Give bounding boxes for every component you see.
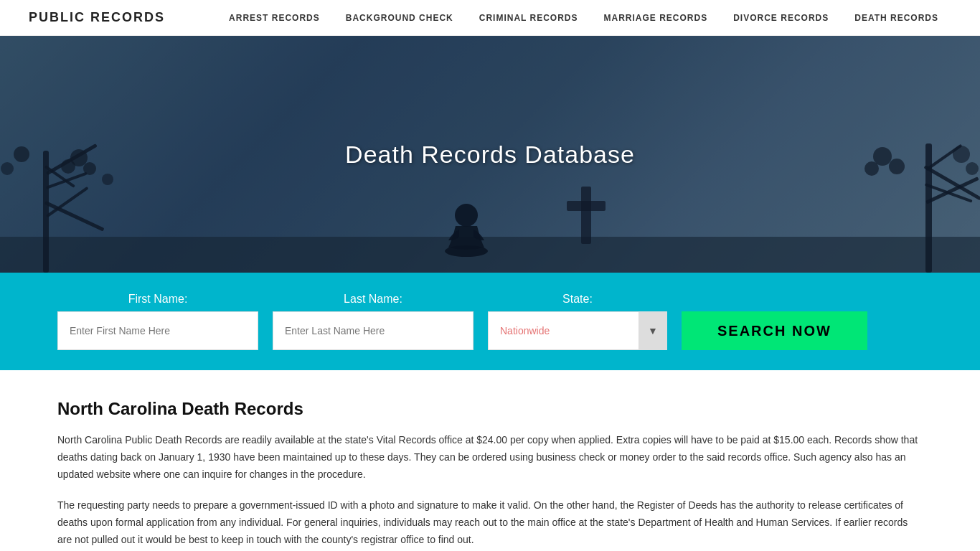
svg-rect-4: [44, 201, 105, 232]
content-paragraph-2: The requesting party needs to prepare a …: [57, 497, 923, 548]
svg-rect-23: [581, 187, 591, 244]
last-name-field: Last Name:: [273, 293, 473, 350]
svg-point-20: [889, 159, 905, 174]
nav-link-criminal-records[interactable]: CRIMINAL RECORDS: [466, 13, 591, 23]
first-name-label: First Name:: [57, 293, 258, 306]
site-title: PUBLIC RECORDS: [29, 10, 165, 25]
svg-point-11: [14, 146, 29, 162]
hero-title: Death Records Database: [345, 141, 635, 169]
svg-point-8: [83, 162, 96, 175]
svg-point-22: [966, 162, 979, 175]
state-label: State:: [488, 293, 667, 306]
svg-point-19: [864, 161, 879, 176]
last-name-label: Last Name:: [273, 293, 473, 306]
svg-rect-0: [0, 237, 980, 273]
first-name-field: First Name:: [57, 293, 258, 350]
svg-point-9: [61, 159, 75, 174]
nav-link-background-check[interactable]: BACKGROUND CHECK: [333, 13, 466, 23]
state-select[interactable]: Nationwide Alabama Alaska Arizona Arkans…: [488, 311, 667, 350]
search-bar: First Name: Last Name: State: Nationwide…: [0, 273, 980, 370]
svg-point-12: [1, 162, 14, 175]
content-paragraph-1: North Carolina Public Death Records are …: [57, 432, 923, 483]
state-field: State: Nationwide Alabama Alaska Arizona…: [488, 293, 667, 350]
svg-rect-24: [567, 201, 606, 211]
content-heading: North Carolina Death Records: [57, 399, 923, 419]
state-select-wrapper: Nationwide Alabama Alaska Arizona Arkans…: [488, 311, 667, 350]
last-name-input[interactable]: [273, 311, 473, 350]
nav-link-divorce-records[interactable]: DIVORCE RECORDS: [720, 13, 842, 23]
nav-link-marriage-records[interactable]: MARRIAGE RECORDS: [591, 13, 721, 23]
svg-rect-13: [925, 143, 932, 273]
first-name-input[interactable]: [57, 311, 258, 350]
svg-point-26: [455, 204, 478, 227]
main-content: North Carolina Death Records North Carol…: [0, 370, 980, 551]
svg-point-21: [953, 146, 970, 163]
search-button[interactable]: SEARCH NOW: [682, 311, 867, 350]
nav-link-death-records[interactable]: DEATH RECORDS: [842, 13, 951, 23]
svg-point-10: [102, 174, 113, 185]
main-nav: ARREST RECORDSBACKGROUND CHECKCRIMINAL R…: [216, 13, 951, 23]
header: PUBLIC RECORDS ARREST RECORDSBACKGROUND …: [0, 0, 980, 36]
hero-section: Death Records Database: [0, 36, 980, 273]
nav-link-arrest-records[interactable]: ARREST RECORDS: [216, 13, 333, 23]
